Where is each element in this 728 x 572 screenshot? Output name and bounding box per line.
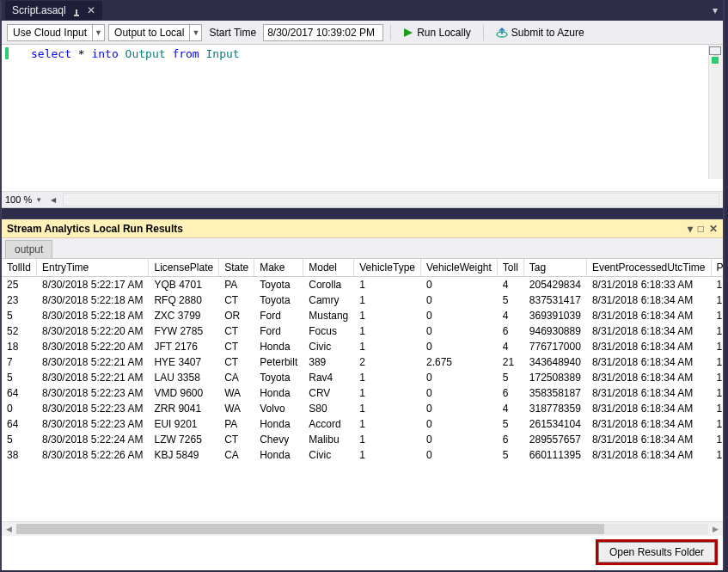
cell: KBJ 5849 bbox=[149, 447, 219, 463]
table-row[interactable]: 648/30/2018 5:22:23 AMVMD 9600WAHondaCRV… bbox=[2, 385, 723, 401]
table-row[interactable]: 528/30/2018 5:22:20 AMFYW 2785CTFordFocu… bbox=[2, 323, 723, 339]
cell: 8/30/2018 5:22:18 AM bbox=[37, 308, 149, 323]
open-results-folder-button[interactable]: Open Results Folder bbox=[598, 542, 715, 563]
zoom-level[interactable]: 100 % bbox=[5, 194, 32, 205]
run-locally-button[interactable]: Run Locally bbox=[398, 24, 476, 41]
cell: CRV bbox=[303, 385, 354, 401]
scroll-right-icon[interactable]: ▶ bbox=[708, 525, 723, 533]
cell: 5 bbox=[2, 370, 37, 385]
scroll-left-icon[interactable]: ◀ bbox=[51, 196, 56, 204]
cell: 8/30/2018 5:22:23 AM bbox=[37, 401, 149, 416]
table-row[interactable]: 258/30/2018 5:22:17 AMYQB 4701PAToyotaCo… bbox=[2, 277, 723, 293]
tab-script[interactable]: Script.asaql ✕ bbox=[5, 1, 102, 20]
cell: 1 bbox=[354, 308, 421, 323]
table-row[interactable]: 58/30/2018 5:22:21 AMLAU 3358CAToyotaRav… bbox=[2, 370, 723, 385]
cell: 5 bbox=[497, 416, 523, 432]
column-header[interactable]: Tag bbox=[523, 259, 586, 277]
cell: 8/30/2018 5:22:20 AM bbox=[37, 323, 149, 339]
column-header[interactable]: EntryTime bbox=[37, 259, 149, 277]
cell: 4 bbox=[497, 401, 523, 416]
table-row[interactable]: 388/30/2018 5:22:26 AMKBJ 5849CAHondaCiv… bbox=[2, 447, 723, 463]
table-row[interactable]: 648/30/2018 5:22:23 AMEUI 9201PAHondaAcc… bbox=[2, 416, 723, 432]
cell: 1 bbox=[711, 370, 723, 385]
cell: Chevy bbox=[254, 432, 303, 447]
input-source-combo[interactable]: Use Cloud Input ▼ bbox=[7, 24, 105, 41]
column-header[interactable]: VehicleType bbox=[354, 259, 421, 277]
toolbar-separator bbox=[483, 25, 484, 40]
cell: 38 bbox=[2, 447, 37, 463]
splitter[interactable] bbox=[2, 208, 723, 218]
close-icon[interactable]: ✕ bbox=[87, 4, 95, 16]
scrollbar-thumb[interactable] bbox=[16, 524, 604, 534]
grid-scrollbar-horizontal[interactable]: ◀ ▶ bbox=[2, 521, 723, 536]
cell: 172508389 bbox=[523, 370, 586, 385]
code-content[interactable]: select * into Output from Input bbox=[2, 45, 723, 60]
cell: 389 bbox=[303, 354, 354, 370]
chevron-down-icon[interactable]: ▼ bbox=[92, 25, 104, 40]
cell: Camry bbox=[303, 292, 354, 308]
cell: 8/31/2018 6:18:34 AM bbox=[586, 354, 711, 370]
pin-icon[interactable] bbox=[73, 7, 80, 14]
cell: 5 bbox=[497, 292, 523, 308]
table-row[interactable]: 58/30/2018 5:22:24 AMLZW 7265CTChevyMali… bbox=[2, 432, 723, 447]
column-header[interactable]: EventProcessedUtcTime bbox=[586, 259, 711, 277]
cell: 8/30/2018 5:22:26 AM bbox=[37, 447, 149, 463]
split-icon[interactable] bbox=[709, 46, 721, 55]
column-header[interactable]: State bbox=[219, 259, 254, 277]
tab-output[interactable]: output bbox=[5, 240, 52, 258]
start-time-input[interactable]: 8/30/2017 10:39:02 PM bbox=[263, 24, 383, 41]
chevron-down-icon[interactable]: ▼ bbox=[35, 196, 42, 204]
cell: 64 bbox=[2, 385, 37, 401]
submit-azure-button[interactable]: Submit to Azure bbox=[491, 24, 590, 41]
cell: 776717000 bbox=[523, 339, 586, 354]
editor-overview-ruler bbox=[707, 45, 723, 191]
code-editor[interactable]: select * into Output from Input ▲ bbox=[2, 45, 723, 191]
cell: CT bbox=[219, 323, 254, 339]
column-header[interactable]: TollId bbox=[2, 259, 37, 277]
pin-icon[interactable]: □ bbox=[698, 223, 704, 235]
column-header[interactable]: Make bbox=[254, 259, 303, 277]
cell: 8/30/2018 5:22:21 AM bbox=[37, 370, 149, 385]
column-header[interactable]: Toll bbox=[497, 259, 523, 277]
cell: WA bbox=[219, 401, 254, 416]
column-header[interactable]: VehicleWeight bbox=[420, 259, 497, 277]
cell: 369391039 bbox=[523, 308, 586, 323]
editor-gutter bbox=[2, 45, 21, 191]
table-row[interactable]: 188/30/2018 5:22:20 AMJFT 2176CTHondaCiv… bbox=[2, 339, 723, 354]
results-tabs: output bbox=[2, 238, 723, 259]
cell: 1 bbox=[354, 432, 421, 447]
close-icon[interactable]: ✕ bbox=[709, 223, 718, 235]
table-row[interactable]: 238/30/2018 5:22:18 AMRFQ 2880CTToyotaCa… bbox=[2, 292, 723, 308]
cell: Focus bbox=[303, 323, 354, 339]
output-target-combo[interactable]: Output to Local ▼ bbox=[108, 24, 202, 41]
query-toolbar: Use Cloud Input ▼ Output to Local ▼ Star… bbox=[2, 21, 723, 45]
cell: 1 bbox=[711, 292, 723, 308]
results-footer: Open Results Folder bbox=[2, 536, 723, 570]
cell: 8/30/2018 5:22:23 AM bbox=[37, 416, 149, 432]
cell: 1 bbox=[711, 416, 723, 432]
editor-scrollbar-horizontal[interactable] bbox=[63, 193, 719, 206]
cell: 6 bbox=[497, 432, 523, 447]
cell: 1 bbox=[711, 447, 723, 463]
cell: 289557657 bbox=[523, 432, 586, 447]
scroll-left-icon[interactable]: ◀ bbox=[2, 525, 16, 533]
results-pane: Stream Analytics Local Run Results ▾ □ ✕… bbox=[2, 218, 723, 570]
table-row[interactable]: 08/30/2018 5:22:23 AMZRR 9041WAVolvoS801… bbox=[2, 401, 723, 416]
cell: 8/30/2018 5:22:24 AM bbox=[37, 432, 149, 447]
dropdown-icon[interactable]: ▾ bbox=[688, 223, 693, 235]
column-header[interactable]: Partition bbox=[711, 259, 723, 277]
cell: 1 bbox=[354, 277, 421, 293]
cell: 8/30/2018 5:22:18 AM bbox=[37, 292, 149, 308]
cell: S80 bbox=[303, 401, 354, 416]
cell: 837531417 bbox=[523, 292, 586, 308]
cell: 4 bbox=[497, 339, 523, 354]
cell: JFT 2176 bbox=[149, 339, 219, 354]
table-row[interactable]: 78/30/2018 5:22:21 AMHYE 3407CTPeterbilt… bbox=[2, 354, 723, 370]
table-row[interactable]: 58/30/2018 5:22:18 AMZXC 3799ORFordMusta… bbox=[2, 308, 723, 323]
column-header[interactable]: Model bbox=[303, 259, 354, 277]
column-header[interactable]: LicensePlate bbox=[149, 259, 219, 277]
chevron-down-icon[interactable]: ▼ bbox=[189, 25, 201, 40]
tabbar-overflow-icon[interactable]: ▾ bbox=[713, 4, 718, 16]
results-grid-scroll[interactable]: TollIdEntryTimeLicensePlateStateMakeMode… bbox=[2, 259, 723, 521]
cell: 2 bbox=[354, 354, 421, 370]
